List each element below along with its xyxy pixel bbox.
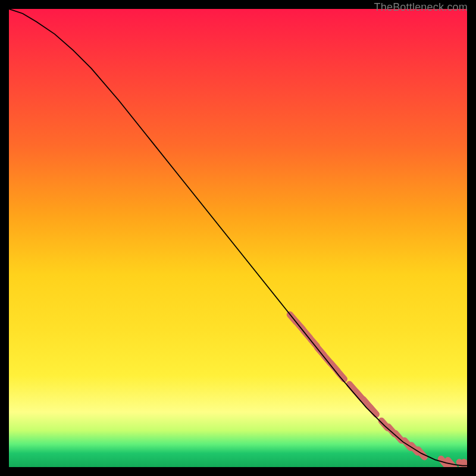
markers-group	[290, 315, 467, 467]
chart-marker	[464, 462, 467, 467]
chart-marker	[370, 407, 376, 414]
source-attribution: TheBottleneck.com	[374, 1, 468, 14]
chart-curve	[9, 9, 467, 466]
plot-area	[9, 9, 467, 467]
chart-stage: TheBottleneck.com	[0, 0, 476, 476]
chart-svg	[9, 9, 467, 467]
